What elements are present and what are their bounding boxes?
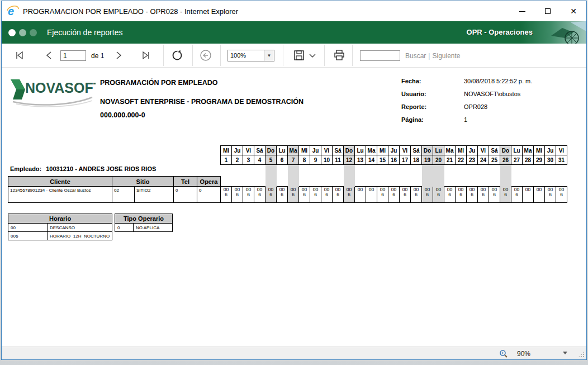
calendar-dow-cell: Ju: [232, 146, 243, 155]
save-export-button[interactable]: [293, 44, 305, 67]
save-dropdown-chevron-icon[interactable]: [309, 44, 316, 67]
calendar-dow-cell: Lu: [277, 146, 288, 155]
holiday-stripe: [500, 165, 511, 187]
calendar-dow-cell: Sá: [333, 146, 344, 155]
first-page-button[interactable]: [14, 44, 25, 67]
legend-cell: DESCANSO: [48, 224, 112, 232]
back-to-parent-button[interactable]: [200, 44, 212, 67]
schedule-cell: 006: [489, 187, 500, 203]
search-input[interactable]: [360, 50, 400, 61]
toolbar-separator: [324, 45, 325, 66]
schedule-cell: 006: [243, 187, 254, 203]
find-divider: |: [426, 52, 432, 60]
meta-value: NOVASOFT\obustos: [464, 91, 543, 98]
schedule-cell: 006: [310, 187, 321, 203]
schedule-cell: 006: [377, 187, 388, 203]
schedule-cell: 006: [254, 187, 265, 203]
siguiente-link[interactable]: Siguiente: [432, 52, 460, 60]
page-number-input[interactable]: [60, 50, 86, 61]
module-label: OPR - Operaciones: [467, 28, 533, 36]
holiday-stripe: [265, 165, 277, 187]
schedule-cell: 00: [355, 187, 366, 203]
calendar-dow-cell: Lu: [355, 146, 366, 155]
minimize-button[interactable]: [509, 1, 535, 21]
calendar-day-cell: 28: [523, 155, 534, 165]
window-title: PROGRAMACION POR EMPLEADO - OPR028 - Int…: [23, 7, 509, 16]
schedule-cell: 006: [400, 187, 411, 203]
calendar-dow-cell: Ju: [467, 146, 478, 155]
table-row: 12345678901234 - Cliente Oscar Bustos 02…: [8, 187, 567, 203]
report-toolbar: de 1 100% ▼: [2, 44, 586, 68]
schedule-cell: 006: [321, 187, 333, 203]
schedule-cell: 00: [523, 187, 534, 203]
calendar-day-cell: 9: [310, 155, 321, 165]
calendar-day-cell: 2: [232, 155, 243, 165]
schedule-cell: 006: [221, 187, 232, 203]
chevron-down-icon: ▼: [264, 50, 274, 61]
zoom-magnifier-icon[interactable]: [499, 349, 508, 358]
schedule-cell: 006: [422, 187, 433, 203]
report-nit: 000.000.000-0: [100, 111, 145, 119]
buscar-link[interactable]: Buscar: [405, 52, 426, 60]
tipo-operario-legend-table: Tipo Operario 0NO APLICA: [115, 214, 173, 232]
calendar-dow-cell: Mi: [221, 146, 232, 155]
zoom-select[interactable]: 100% ▼: [227, 50, 274, 61]
calendar-day-cell: 6: [277, 155, 288, 165]
toolbar-separator: [192, 45, 193, 66]
cell-sitio-name: SITIO2: [135, 187, 174, 203]
refresh-button[interactable]: [171, 44, 183, 67]
horario-legend-table: Horario 00DESCANSO006HORARIO 12H NOCTURN…: [8, 214, 112, 240]
close-button[interactable]: ✕: [561, 1, 586, 21]
calendar-dow-cell: Ma: [523, 146, 534, 155]
cell-sitio-code: 02: [112, 187, 135, 203]
calendar-day-cell: 22: [456, 155, 467, 165]
close-icon: ✕: [570, 7, 577, 15]
schedule-cell: 006: [500, 187, 511, 203]
maximize-button[interactable]: [535, 1, 561, 21]
meta-value: 1: [464, 116, 543, 124]
schedule-cell: 006: [511, 187, 523, 203]
dot-icon: [8, 29, 16, 36]
find-links: Buscar|Siguiente: [405, 52, 461, 60]
schedule-cell: 006: [467, 187, 478, 203]
calendar-dow-cell: Vi: [400, 146, 411, 155]
maximize-icon: [545, 8, 551, 14]
meta-label: Fecha:: [401, 78, 464, 85]
schedule-cell: 00: [534, 187, 545, 203]
legend-cell: 0: [115, 224, 134, 232]
calendar-day-cell: 7: [288, 155, 299, 165]
last-page-button[interactable]: [140, 44, 151, 67]
report-body: NOVASOFT PROGRAMACIÓN POR EMPLEADO NOVAS…: [2, 68, 586, 347]
holiday-stripe: [422, 165, 433, 187]
resize-grip[interactable]: [578, 351, 585, 358]
employee-line: Empleado:10031210 - ANDRES JOSE RIOS RIO…: [10, 165, 156, 172]
calendar-header-table: MiJuViSáDoLuMaMiJuViSáDoLuMaMiJuViSáDoLu…: [220, 145, 567, 165]
screen: e PROGRAMACION POR EMPLEADO - OPR028 - I…: [0, 0, 588, 365]
zoom-level-dropdown[interactable]: [563, 352, 567, 354]
meta-value: 30/08/2018 5:22:52 p. m.: [464, 78, 543, 85]
toolbar-separator: [283, 45, 283, 66]
calendar-day-cell: 19: [422, 155, 433, 165]
calendar-day-cell: 25: [489, 155, 500, 165]
legend-cell: 00: [8, 224, 48, 232]
schedule-cell: 006: [444, 187, 456, 203]
cell-tel: 0: [174, 187, 197, 203]
calendar-dow-cell: Vi: [243, 146, 254, 155]
calendar-day-cell: 26: [500, 155, 511, 165]
calendar-day-cell: 12: [344, 155, 355, 165]
col-header-tel: Tel: [174, 177, 197, 187]
calendar-day-cell: 30: [545, 155, 556, 165]
employee-label: Empleado:: [10, 165, 41, 172]
calendar-dow-cell: Mi: [534, 146, 545, 155]
previous-page-button[interactable]: [44, 44, 54, 67]
calendar-dow-cell: Do: [344, 146, 355, 155]
schedule-cell: 00: [366, 187, 377, 203]
dot-icon: [30, 29, 37, 36]
print-button[interactable]: [333, 44, 346, 67]
calendar-dow-cell: Do: [265, 146, 277, 155]
calendar-dow-cell: Do: [500, 146, 511, 155]
next-page-button[interactable]: [113, 44, 124, 67]
meta-value: OPR028: [464, 103, 543, 111]
novasoft-logo-text: NOVASOFT: [25, 80, 96, 96]
schedule-cell: 006: [556, 187, 567, 203]
